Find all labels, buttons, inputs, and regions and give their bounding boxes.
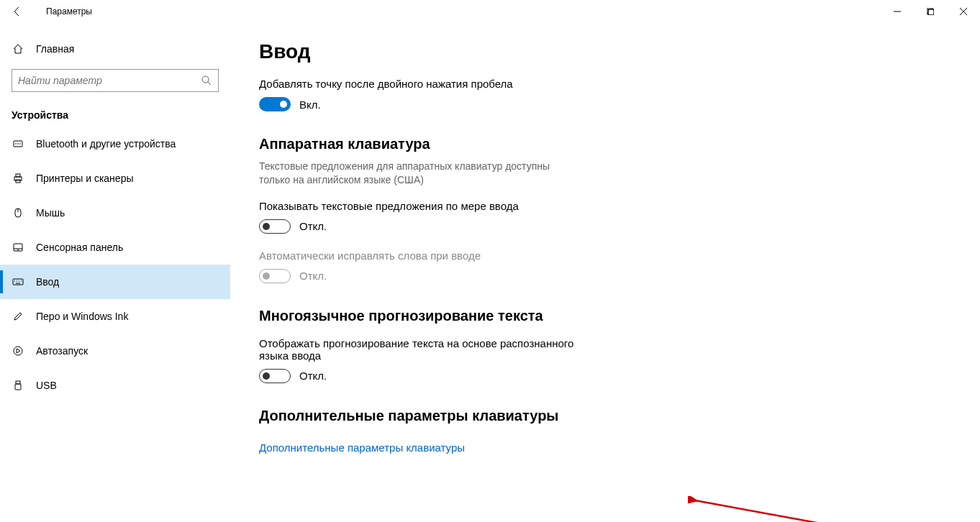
toggle-autocorrect (259, 269, 291, 283)
home-label: Главная (36, 43, 74, 55)
search-input[interactable] (18, 75, 201, 86)
minimize-button[interactable] (881, 0, 914, 23)
keyboard-icon (12, 275, 24, 288)
maximize-button[interactable] (914, 0, 947, 23)
search-icon (201, 75, 212, 86)
back-button[interactable] (6, 0, 29, 23)
toggle-show-suggestions[interactable] (259, 219, 291, 234)
svg-line-30 (695, 500, 868, 522)
close-icon (960, 8, 967, 15)
sidebar-item-bluetooth[interactable]: Bluetooth и другие устройства (0, 127, 230, 161)
svg-rect-27 (16, 381, 20, 384)
sidebar-item-usb[interactable]: USB (0, 368, 230, 403)
toggle-state-label: Откл. (299, 220, 327, 232)
svg-rect-13 (16, 174, 20, 177)
advanced-keyboard-heading: Дополнительные параметры клавиатуры (259, 408, 951, 424)
sidebar-item-autoplay[interactable]: Автозапуск (0, 334, 230, 368)
setting-multilingual-label: Отображать прогнозирование текста на осн… (259, 337, 576, 362)
window-title: Параметры (46, 6, 92, 17)
toggle-multilingual[interactable] (259, 369, 291, 383)
arrow-left-icon (12, 6, 23, 17)
printer-icon (12, 172, 24, 185)
sidebar-item-label: Принтеры и сканеры (36, 173, 133, 184)
sidebar-item-label: Сенсорная панель (36, 242, 123, 253)
multilingual-heading: Многоязычное прогнозирование текста (259, 308, 951, 324)
svg-point-11 (19, 143, 21, 145)
sidebar-item-label: Перо и Windows Ink (36, 311, 128, 322)
touchpad-icon (12, 241, 24, 254)
sidebar: Главная Устройства Bluetooth и другие ус… (0, 23, 230, 522)
sidebar-item-label: Автозапуск (36, 345, 88, 357)
svg-line-7 (208, 82, 211, 85)
setting-period-label: Добавлять точку после двойного нажатия п… (259, 78, 951, 90)
mouse-icon (12, 206, 24, 219)
page-title: Ввод (259, 40, 951, 63)
svg-rect-2 (928, 9, 934, 15)
minimize-icon (894, 8, 901, 15)
hardware-keyboard-heading: Аппаратная клавиатура (259, 136, 951, 152)
usb-icon (12, 379, 24, 392)
home-nav[interactable]: Главная (0, 35, 230, 63)
sidebar-item-mouse[interactable]: Мышь (0, 196, 230, 230)
sidebar-item-label: Мышь (36, 207, 65, 219)
bluetooth-icon (12, 137, 24, 150)
sidebar-section-title: Устройства (0, 98, 230, 127)
advanced-keyboard-link[interactable]: Дополнительные параметры клавиатуры (259, 441, 465, 454)
svg-point-26 (14, 347, 22, 355)
content-area: Ввод Добавлять точку после двойного нажа… (230, 23, 980, 522)
svg-rect-28 (15, 384, 21, 390)
sidebar-item-printers[interactable]: Принтеры и сканеры (0, 161, 230, 196)
pen-icon (12, 310, 24, 323)
home-icon (12, 43, 24, 55)
sidebar-item-label: USB (36, 380, 57, 391)
sidebar-item-touchpad[interactable]: Сенсорная панель (0, 230, 230, 265)
sidebar-item-label: Ввод (36, 276, 59, 288)
search-box[interactable] (12, 69, 219, 92)
sidebar-item-label: Bluetooth и другие устройства (36, 138, 176, 150)
svg-point-6 (202, 76, 209, 83)
svg-point-10 (17, 143, 19, 145)
maximize-icon (927, 8, 934, 15)
svg-rect-20 (13, 279, 23, 285)
sidebar-item-pen[interactable]: Перо и Windows Ink (0, 299, 230, 334)
toggle-state-label: Откл. (299, 270, 327, 282)
titlebar: Параметры (0, 0, 980, 23)
toggle-state-label: Вкл. (299, 99, 321, 111)
toggle-period-after-space[interactable] (259, 97, 291, 111)
window-controls (881, 0, 980, 23)
annotation-arrow-icon (688, 496, 875, 522)
close-button[interactable] (947, 0, 980, 23)
sidebar-item-typing[interactable]: Ввод (0, 265, 230, 299)
setting-suggestions-label: Показывать текстовые предложения по мере… (259, 200, 951, 212)
hardware-keyboard-desc: Текстовые предложения для аппаратных кла… (259, 160, 576, 187)
toggle-state-label: Откл. (299, 370, 327, 382)
setting-autocorrect-label: Автоматически исправлять слова при вводе (259, 249, 951, 262)
svg-point-9 (15, 143, 17, 145)
autoplay-icon (12, 344, 24, 357)
